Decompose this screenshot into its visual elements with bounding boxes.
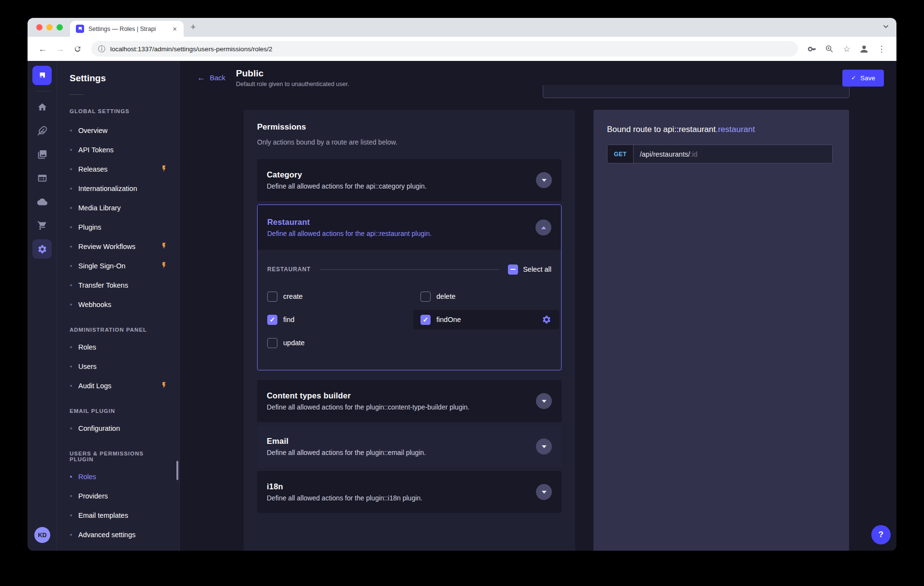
delete-checkbox[interactable]: ✓ <box>420 292 431 302</box>
sidebar-item-overview[interactable]: Overview <box>57 121 179 140</box>
restaurant-permissions-body: RESTAURANT Select all ✓ creat <box>258 264 561 370</box>
save-button[interactable]: ✓ Save <box>842 70 884 87</box>
media-library-icon[interactable] <box>32 145 52 164</box>
select-all-checkbox[interactable] <box>508 264 518 275</box>
chevron-down-icon <box>542 179 547 182</box>
zoom-in-icon[interactable] <box>822 42 837 56</box>
chevron-down-icon <box>542 491 547 494</box>
expand-chevron-button[interactable] <box>536 439 552 454</box>
help-button[interactable]: ? <box>871 525 891 544</box>
address-bar[interactable]: ⓘ localhost:1337/admin/settings/users-pe… <box>91 41 798 57</box>
site-info-icon[interactable]: ⓘ <box>98 44 105 54</box>
create-checkbox[interactable]: ✓ <box>267 292 277 302</box>
sidebar-item-media-library[interactable]: Media Library <box>57 198 179 218</box>
forward-button[interactable]: → <box>53 42 67 56</box>
collapse-chevron-button[interactable] <box>535 220 551 235</box>
permission-findone[interactable]: ✓ findOne <box>413 310 559 329</box>
select-all-control[interactable]: Select all <box>508 264 551 275</box>
section-users-permissions-plugin: USERS & PERMISSIONS PLUGIN <box>70 451 167 462</box>
route-box: GET /api/restaurants/:id <box>607 145 833 163</box>
permission-create[interactable]: ✓ create <box>267 291 420 302</box>
sidebar-scrollbar[interactable] <box>176 461 178 480</box>
strapi-logo-button[interactable] <box>32 66 52 85</box>
content-type-builder-icon[interactable] <box>32 168 52 188</box>
findone-settings-gear-icon[interactable] <box>542 315 551 324</box>
sidebar-item-providers[interactable]: Providers <box>57 486 179 506</box>
user-avatar[interactable]: KD <box>34 527 50 543</box>
update-checkbox[interactable]: ✓ <box>267 338 277 348</box>
http-method-badge: GET <box>607 145 634 163</box>
route-path: /api/restaurants/:id <box>634 145 832 163</box>
accordion-email-header[interactable]: Email Define all allowed actions for the… <box>257 425 562 468</box>
sidebar-item-email-templates[interactable]: Email templates <box>57 506 179 525</box>
home-icon[interactable] <box>32 97 52 117</box>
sidebar-item-up-roles[interactable]: Roles <box>57 467 179 486</box>
tab-strip: Settings — Roles | Strapi × + <box>28 18 896 37</box>
sidebar-item-advanced-settings[interactable]: Advanced settings <box>57 525 179 544</box>
profile-avatar-icon[interactable] <box>857 42 871 56</box>
expand-chevron-button[interactable] <box>536 172 552 188</box>
sidebar-item-audit-logs[interactable]: Audit Logs <box>57 376 179 396</box>
accordion-category: Category Define all allowed actions for … <box>257 159 562 201</box>
expand-chevron-button[interactable] <box>536 393 552 409</box>
strapi-favicon-icon <box>76 25 84 33</box>
bullet-dot <box>70 265 72 267</box>
expand-chevron-button[interactable] <box>536 484 552 500</box>
accordion-list: Category Define all allowed actions for … <box>257 159 562 513</box>
chevron-down-icon <box>542 400 547 403</box>
reload-button[interactable] <box>70 42 85 56</box>
sidebar-item-internationalization[interactable]: Internationalization <box>57 179 179 198</box>
group-label: RESTAURANT <box>267 266 311 273</box>
browser-tab[interactable]: Settings — Roles | Strapi × <box>70 21 184 37</box>
tab-title: Settings — Roles | Strapi <box>88 26 171 32</box>
sidebar-divider <box>70 94 84 95</box>
accordion-i18n-header[interactable]: i18n Define all allowed actions for the … <box>257 471 562 513</box>
sidebar-item-transfer-tokens[interactable]: Transfer Tokens <box>57 276 179 295</box>
content-manager-feather-icon[interactable] <box>32 121 52 140</box>
sidebar-item-admin-users[interactable]: Users <box>57 357 179 376</box>
password-key-icon[interactable] <box>805 42 819 56</box>
bullet-dot <box>70 366 72 367</box>
permission-find[interactable]: ✓ find <box>267 314 420 325</box>
bookmark-star-icon[interactable]: ☆ <box>839 42 854 56</box>
maximize-window-button[interactable] <box>57 24 63 30</box>
check-icon: ✓ <box>851 74 856 81</box>
browser-menu-icon[interactable]: ⋮ <box>874 42 889 56</box>
browser-toolbar: ← → ⓘ localhost:1337/admin/settings/user… <box>28 37 896 61</box>
group-divider <box>319 269 499 270</box>
sidebar-item-api-tokens[interactable]: API Tokens <box>57 140 179 160</box>
back-link[interactable]: ← Back <box>197 73 225 83</box>
bullet-dot <box>70 514 72 516</box>
back-button[interactable]: ← <box>35 42 50 56</box>
minimize-window-button[interactable] <box>46 24 53 30</box>
settings-gear-icon[interactable] <box>32 239 52 259</box>
accordion-ctb-header[interactable]: Content types builder Define all allowed… <box>257 380 562 422</box>
find-checkbox[interactable]: ✓ <box>267 315 277 325</box>
strapi-cloud-icon[interactable] <box>32 192 52 211</box>
permission-update[interactable]: ✓ update <box>267 337 420 349</box>
sidebar-item-single-sign-on[interactable]: Single Sign-On <box>57 256 179 276</box>
tab-search-chevron-icon[interactable] <box>882 23 890 32</box>
nav-rail: KD <box>28 61 57 551</box>
marketplace-cart-icon[interactable] <box>32 216 52 235</box>
tab-close-icon[interactable]: × <box>171 24 179 33</box>
sidebar-item-configuration[interactable]: Configuration <box>57 419 179 438</box>
sidebar-item-webhooks[interactable]: Webhooks <box>57 295 179 314</box>
sidebar-item-releases[interactable]: Releases <box>57 160 179 179</box>
close-window-button[interactable] <box>36 24 43 30</box>
sidebar-item-review-workflows[interactable]: Review Workflows <box>57 237 179 256</box>
permission-delete[interactable]: ✓ delete <box>420 291 551 302</box>
accordion-restaurant-header[interactable]: Restaurant Define all allowed actions fo… <box>258 205 561 250</box>
sidebar-item-plugins[interactable]: Plugins <box>57 218 179 237</box>
main-content: ← Back Public Default role given to unau… <box>180 61 896 551</box>
accordion-category-header[interactable]: Category Define all allowed actions for … <box>257 159 562 201</box>
section-global-settings: GLOBAL SETTINGS <box>70 108 167 114</box>
section-administration-panel: ADMINISTRATION PANEL <box>70 327 167 333</box>
findone-checkbox[interactable]: ✓ <box>420 315 431 325</box>
new-tab-button[interactable]: + <box>190 22 196 32</box>
bound-route-title: Bound route to api::restaurant.restauran… <box>607 125 836 134</box>
accordion-restaurant: Restaurant Define all allowed actions fo… <box>257 205 562 370</box>
accordion-email: Email Define all allowed actions for the… <box>257 425 562 468</box>
bullet-dot <box>70 246 72 248</box>
sidebar-item-admin-roles[interactable]: Roles <box>57 337 179 357</box>
